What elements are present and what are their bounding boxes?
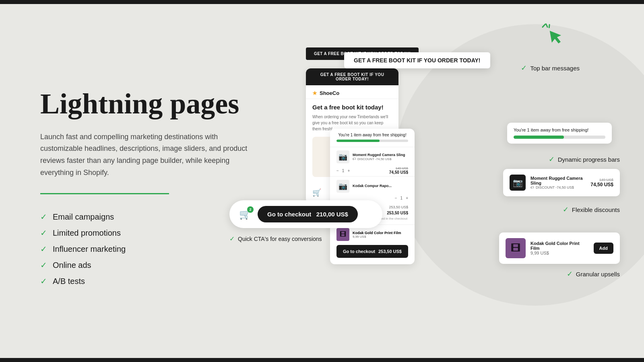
cart-card: You're 1 item away from free shipping! 📷… xyxy=(330,129,415,264)
cart-item-2-info: Kodak Compur Rapo... xyxy=(353,184,408,189)
qty-value: 1 xyxy=(342,169,345,173)
cart-item-1-name: Moment Rugged Camera Sling xyxy=(353,153,408,158)
svg-line-0 xyxy=(542,24,546,27)
upsell-info-small: Kodak Gold Color Print Film 9,99 US$ xyxy=(353,231,408,239)
qty-control-2[interactable]: − 1 + xyxy=(395,196,408,200)
left-panel: Lightning pages Launch fast and compelli… xyxy=(0,4,290,362)
upsell-popup: 🎞 Kodak Gold Color Print Film 9,99 US$ A… xyxy=(499,232,620,264)
feature-item-ab: ✓ A/B tests xyxy=(40,276,258,286)
cart-item-1-discount: 🏷 DISCOUNT -74,50 US$ xyxy=(353,157,408,161)
check-icon-2: ✓ xyxy=(40,228,47,238)
checkout-button[interactable]: Go to checkout 253,50 US$ xyxy=(336,245,408,258)
tag-icon: 🏷 xyxy=(353,157,356,161)
check-icon: ✓ xyxy=(40,212,47,222)
cursor-icon xyxy=(541,21,566,51)
film-icon: 🎞 xyxy=(511,243,520,254)
qty-minus[interactable]: − xyxy=(336,169,339,173)
topbar-label: ✓ Top bar messages xyxy=(521,64,580,72)
progress-label: ✓ Dynamic progress bars xyxy=(549,155,620,164)
upsell-thumb-small: 🎞 xyxy=(336,228,349,241)
svg-line-2 xyxy=(549,25,550,27)
check-icon-5: ✓ xyxy=(40,276,47,286)
check-icon-progress: ✓ xyxy=(549,155,555,164)
shop-card-header: GET A FREE BOOT KIT IF YOU ORDER TODAY! xyxy=(306,68,398,85)
page-description: Launch fast and compelling marketing des… xyxy=(40,131,258,179)
camera-icon-popup: 📷 xyxy=(513,178,523,187)
check-icon-3: ✓ xyxy=(40,244,47,254)
tag-icon-popup: 🏷 xyxy=(530,185,534,189)
feature-item-influencer: ✓ Influencer marketing xyxy=(40,244,258,254)
cart-item-1-price: 149 US$ 74,50 US$ xyxy=(389,167,408,175)
cta-checkout-button[interactable]: Go to checkout 210,00 US$ xyxy=(258,206,358,222)
topbar-light-message: GET A FREE BOOT KIT IF YOU ORDER TODAY! xyxy=(344,52,490,68)
progress-popup-track xyxy=(514,136,605,139)
check-icon-4: ✓ xyxy=(40,260,47,270)
cart-icon-footer: 🛒 xyxy=(312,188,321,197)
qty-control-1[interactable]: − 1 + xyxy=(336,169,350,173)
flexible-discounts-label: ✓ Flexible discounts xyxy=(563,205,620,214)
upsell-thumb: 🎞 xyxy=(506,238,526,258)
progress-bar-fill xyxy=(336,140,380,142)
svg-marker-3 xyxy=(550,29,563,45)
cart-item-2: 📷 Kodak Compur Rapo... xyxy=(330,176,415,196)
qty-minus-2[interactable]: − xyxy=(395,196,397,200)
feature-item-promotions: ✓ Limited promotions xyxy=(40,228,258,238)
progress-popup-text: You're 1 item away from free shipping! xyxy=(514,128,605,132)
main-content: Lightning pages Launch fast and compelli… xyxy=(0,4,644,362)
upsell-info: Kodak Gold Color Print Film 9,99 US$ xyxy=(530,241,589,255)
product-discount-tag: 🏷 DISCOUNT -74,50 US$ xyxy=(530,185,586,189)
camera-icon: 📷 xyxy=(339,152,347,161)
svg-line-1 xyxy=(546,24,547,27)
check-icon-granular: ✓ xyxy=(567,269,573,278)
granular-upsells-label: ✓ Granular upsells xyxy=(567,269,620,278)
cta-label: ✓ Quick CTA's for easy conversions xyxy=(229,235,322,243)
progress-popup-fill xyxy=(514,136,564,139)
cart-item-2-name: Kodak Compur Rapo... xyxy=(353,184,408,189)
qty-plus[interactable]: + xyxy=(347,169,350,173)
right-panel: GET A FREE BOOT KIT IF YOU ORDER TODAY! … xyxy=(290,4,644,362)
feature-item-online-ads: ✓ Online ads xyxy=(40,260,258,270)
qty-plus-2[interactable]: + xyxy=(406,196,408,200)
shop-card-title: Get a free boot kit today! xyxy=(312,104,392,111)
cart-badge: 🛒 2 xyxy=(239,209,251,220)
cart-item-1-thumb: 📷 xyxy=(336,150,349,163)
feature-list: ✓ Email campaigns ✓ Limited promotions ✓… xyxy=(40,212,258,286)
cart-item-2-thumb: 📷 xyxy=(336,180,349,193)
product-popup-thumb: 📷 xyxy=(510,175,526,191)
divider xyxy=(40,193,169,194)
product-popup-item: 📷 Moment Rugged Camera Sling 🏷 DISCOUNT … xyxy=(510,175,613,191)
qty-value-2: 1 xyxy=(400,196,403,200)
product-popup: 📷 Moment Rugged Camera Sling 🏷 DISCOUNT … xyxy=(503,169,620,196)
mockup-container: GET A FREE BOOT KIT IF YOU ORDER TODAY! … xyxy=(290,4,644,362)
product-popup-info: Moment Rugged Camera Sling 🏷 DISCOUNT -7… xyxy=(530,176,586,189)
progress-bar-track xyxy=(336,140,408,142)
progress-popup: You're 1 item away from free shipping! xyxy=(507,123,612,144)
free-shipping-text: You're 1 item away from free shipping! xyxy=(330,129,415,137)
feature-item-email: ✓ Email campaigns xyxy=(40,212,258,222)
page-title: Lightning pages xyxy=(40,88,258,120)
product-prices: 149 US$ 74,50 US$ xyxy=(590,178,613,187)
star-icon: ★ xyxy=(312,90,317,96)
cart-count-badge: 2 xyxy=(247,206,254,213)
cart-item-1-info: Moment Rugged Camera Sling 🏷 DISCOUNT -7… xyxy=(353,153,408,161)
upsell-add-button[interactable]: Add xyxy=(594,243,613,254)
camera-icon-2: 📷 xyxy=(339,182,347,191)
check-icon-flexible: ✓ xyxy=(563,205,569,214)
check-icon-cta: ✓ xyxy=(229,235,235,243)
cta-button-area: 🛒 2 Go to checkout 210,00 US$ ✓ Quick CT… xyxy=(229,200,382,228)
top-bar xyxy=(0,0,644,4)
cart-item-1: 📷 Moment Rugged Camera Sling 🏷 DISCOUNT … xyxy=(330,147,415,167)
film-icon-small: 🎞 xyxy=(340,231,346,238)
shop-card-brand: ★ ShoeCo xyxy=(306,85,398,99)
check-icon-topbar: ✓ xyxy=(521,64,527,72)
